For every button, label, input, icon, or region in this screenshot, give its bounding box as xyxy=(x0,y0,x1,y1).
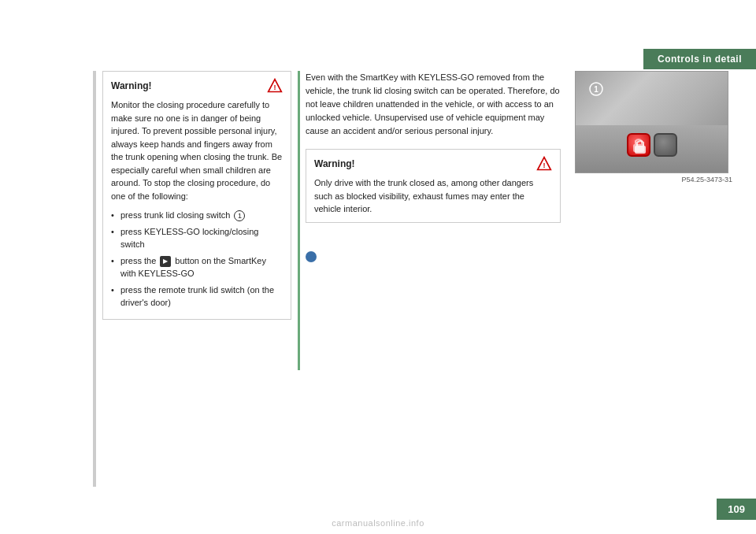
svg-text:1: 1 xyxy=(594,85,598,94)
left-column: Warning! ! Monitor the closing procedure… xyxy=(102,71,291,487)
watermark: carmanualsonline.info xyxy=(332,518,424,528)
blue-dot-indicator xyxy=(306,251,317,262)
bullet-4: press the remote trunk lid switch (on th… xyxy=(111,284,283,310)
warning-header-1: Warning! ! xyxy=(111,78,283,94)
trunk-image: 1 xyxy=(575,71,728,173)
bullet-2: press KEYLESS-GO locking/closing switch xyxy=(111,225,283,251)
circle-1: 1 xyxy=(234,210,245,221)
warning-title-1: Warning! xyxy=(111,80,152,91)
trunk-button-gray xyxy=(654,133,677,157)
warning-body-1: Monitor the closing procedure carefully … xyxy=(111,98,283,202)
warning-bullet-list: press trunk lid closing switch 1 press K… xyxy=(111,209,283,310)
trunk-buttons xyxy=(627,133,677,157)
smartkey-icon: ▶ xyxy=(160,256,171,267)
warning-box-2: Warning! ! Only drive with the trunk clo… xyxy=(306,149,561,223)
warning-body-2: Only drive with the trunk closed as, amo… xyxy=(314,176,552,216)
main-content: Warning! ! Monitor the closing procedure… xyxy=(102,71,732,487)
svg-text:!: ! xyxy=(543,161,545,169)
sidebar-line xyxy=(93,71,96,487)
warning-header-2: Warning! ! xyxy=(314,156,552,172)
warning-title-2: Warning! xyxy=(314,158,355,169)
warning-triangle-icon-2: ! xyxy=(536,156,552,172)
image-label-1: 1 xyxy=(588,81,604,99)
svg-text:!: ! xyxy=(273,83,276,91)
page-number: 109 xyxy=(717,499,756,520)
bullet-3: press the ▶ button on the SmartKey with … xyxy=(111,254,283,280)
middle-column: Even with the SmartKey with KEYLESS-GO r… xyxy=(306,71,561,487)
svg-rect-7 xyxy=(633,144,644,152)
warning-box-1: Warning! ! Monitor the closing procedure… xyxy=(102,71,291,320)
right-column: 1 xyxy=(575,71,732,487)
warning-triangle-icon-1: ! xyxy=(267,78,283,94)
section-tab: Controls in detail xyxy=(643,49,756,69)
bullet-1: press trunk lid closing switch 1 xyxy=(111,209,283,222)
middle-paragraph-1: Even with the SmartKey with KEYLESS-GO r… xyxy=(306,71,561,138)
image-caption: P54.25-3473-31 xyxy=(575,176,732,184)
